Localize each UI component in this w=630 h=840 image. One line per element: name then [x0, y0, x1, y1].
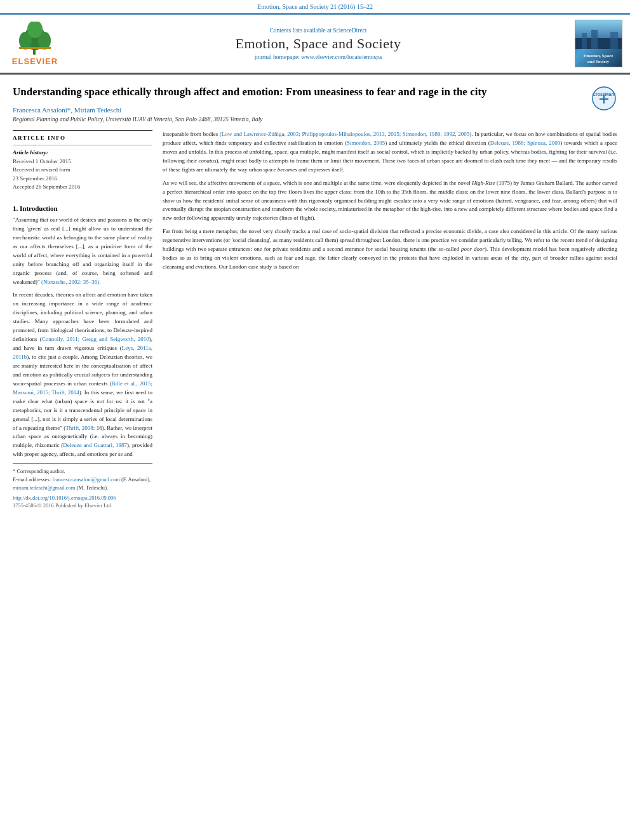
svg-rect-5 — [19, 47, 51, 49]
sciencedirect-link[interactable]: ScienceDirect — [333, 27, 366, 34]
journal-cover-image: Emotion, Space and Society — [575, 20, 622, 67]
svg-rect-10 — [610, 32, 618, 49]
crossmark-badge[interactable]: CrossMark — [591, 85, 617, 116]
crossmark-icon: CrossMark — [591, 85, 617, 112]
homepage-prefix: journal homepage: — [255, 54, 301, 60]
revised-date: Received in revised form 23 September 20… — [13, 166, 152, 183]
authors-text: Francesca Ansaloni*, Miriam Tedeschi — [13, 106, 121, 114]
article-history-title: Article history: — [13, 149, 152, 156]
connolly-ref: Connolly, 2011; Gregg and Seigworth, 201… — [42, 336, 149, 342]
left-column: ARTICLE INFO Article history: Received 1… — [13, 130, 152, 509]
low-ref: Low and Lawrence-Zúñiga, 2003; Philippop… — [222, 131, 470, 137]
right-para2: As we will see, the affective movements … — [163, 179, 617, 223]
svg-rect-8 — [582, 33, 587, 49]
journal-header: ELSEVIER Contents lists available at Sci… — [0, 13, 630, 73]
email1-name: (F. Ansaloni), — [121, 476, 151, 483]
two-column-layout: ARTICLE INFO Article history: Received 1… — [13, 130, 617, 509]
contents-prefix: Contents lists available at — [269, 27, 333, 34]
email-label: E-mail addresses: — [13, 476, 51, 483]
accepted-date: Accepted 26 September 2016 — [13, 183, 152, 192]
corresponding-note: * Corresponding author. — [13, 467, 152, 476]
deleuze-guattari-ref: Deleuze and Guattari, 1987 — [63, 442, 127, 448]
elsevier-tree-icon — [13, 22, 57, 57]
email1[interactable]: francesca.ansaloni@gmail.com — [52, 476, 119, 483]
top-bar-text: Emotion, Space and Society 21 (2016) 15–… — [257, 3, 373, 10]
section-number: 1. — [13, 204, 18, 212]
main-content: Understanding space ethically through af… — [0, 76, 630, 515]
leys-ref: Leys, 2011a, 2011b — [13, 345, 152, 360]
cover-background-svg — [575, 20, 622, 49]
section-title: Introduction — [20, 204, 58, 212]
article-title-container: Understanding space ethically through af… — [13, 85, 617, 100]
article-info-title: ARTICLE INFO — [13, 135, 152, 141]
top-bar: Emotion, Space and Society 21 (2016) 15–… — [0, 0, 630, 13]
journal-cover-text: Emotion, Space and Society — [584, 53, 613, 65]
homepage-link[interactable]: www.elsevier.com/locate/emospa — [301, 54, 382, 60]
right-para1: inseparable from bodies (Low and Lawrenc… — [163, 130, 617, 175]
article-title-text: Understanding space ethically through af… — [13, 86, 487, 98]
journal-cover-container: Emotion, Space and Society — [573, 20, 624, 67]
article-info-box: ARTICLE INFO Article history: Received 1… — [13, 130, 152, 192]
intro-quote-paragraph: "Assuming that our world of desires and … — [13, 216, 152, 287]
info-divider — [13, 145, 152, 145]
thrift-ref: Thrift, 2008 — [65, 425, 93, 431]
email2[interactable]: miriam.tedeschi@gmail.com — [13, 484, 75, 491]
journal-center-info: Contents lists available at ScienceDirec… — [70, 27, 566, 60]
right-column: inseparable from bodies (Low and Lawrenc… — [163, 130, 617, 509]
elsevier-logo: ELSEVIER — [6, 22, 64, 66]
doi-text[interactable]: http://dx.doi.org/10.1016/j.emospa.2016.… — [13, 495, 152, 501]
homepage-line: journal homepage: www.elsevier.com/locat… — [70, 54, 566, 60]
right-para3: Far from being a mere metaphor, the nove… — [163, 227, 617, 272]
introduction-heading: 1. Introduction — [13, 204, 152, 212]
email-line: E-mail addresses: francesca.ansaloni@gma… — [13, 476, 152, 492]
footnote-section: * Corresponding author. E-mail addresses… — [13, 463, 152, 508]
deleuze-spinoza-ref: Deleuze, 1988; Spinoza, 2009 — [490, 140, 561, 146]
journal-title: Emotion, Space and Society — [70, 36, 566, 52]
email2-name: (M. Tedeschi). — [77, 484, 109, 491]
elsevier-wordmark: ELSEVIER — [12, 57, 58, 66]
intro-para2: In recent decades, theories on affect an… — [13, 291, 152, 459]
contents-line: Contents lists available at ScienceDirec… — [70, 27, 566, 34]
simondon-ref: Simondon, 2005 — [347, 140, 385, 146]
received-date: Received 1 October 2015 — [13, 157, 152, 166]
svg-rect-9 — [591, 30, 598, 49]
bille-ref: Bille et al., 2015; Massumi, 2015; Thrif… — [13, 380, 152, 396]
and-word: and — [124, 451, 133, 457]
nietzsche-ref: (Nietzsche, 2002: 35–36). — [41, 279, 100, 285]
introduction-section: 1. Introduction "Assuming that our world… — [13, 204, 152, 459]
affiliation-text: Regional Planning and Public Policy, Uni… — [13, 116, 617, 123]
issn-text: 1755-4586/© 2016 Published by Elsevier L… — [13, 502, 152, 509]
authors-line: Francesca Ansaloni*, Miriam Tedeschi — [13, 106, 617, 114]
